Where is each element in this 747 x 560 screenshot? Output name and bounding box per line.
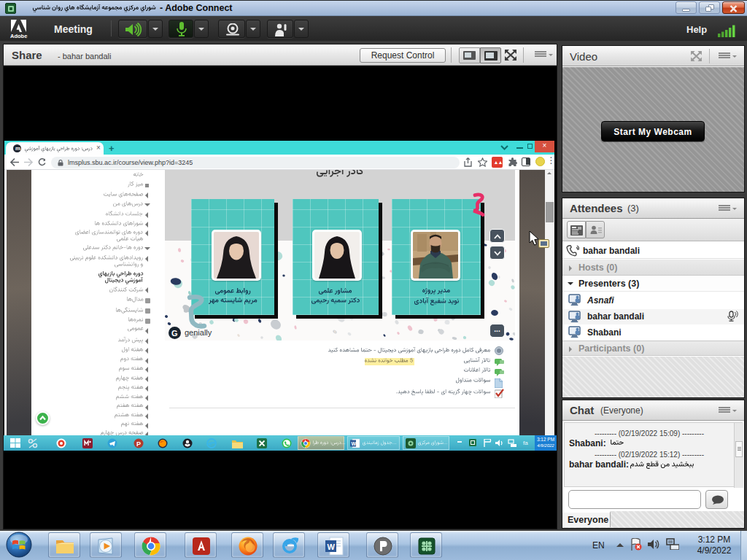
- svg-text:e: e: [209, 440, 212, 447]
- svg-text:P: P: [136, 440, 141, 447]
- svg-text:W: W: [352, 441, 357, 446]
- svg-text:W: W: [328, 542, 336, 551]
